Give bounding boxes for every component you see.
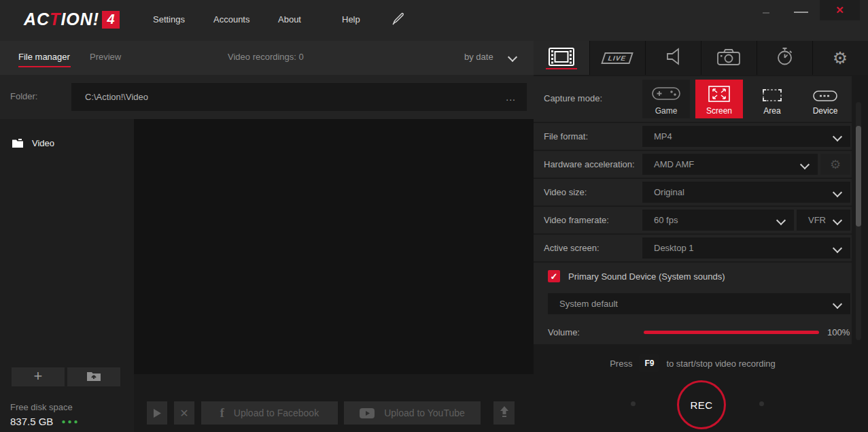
- tab-live-streaming[interactable]: LIVE: [589, 41, 645, 75]
- active-screen-label: Active screen:: [544, 243, 600, 253]
- menu-accounts[interactable]: Accounts: [213, 14, 249, 24]
- file-format-select[interactable]: MP4: [642, 126, 850, 147]
- upload-facebook-button[interactable]: f Upload to Facebook: [201, 401, 338, 425]
- camera-icon: [717, 48, 740, 68]
- hotkey-hint: Press F9 to start/stop video recording: [534, 352, 852, 374]
- hotkey-suffix: to start/stop video recording: [666, 359, 775, 369]
- menu-help[interactable]: Help: [342, 14, 360, 24]
- folder-path-input[interactable]: C:\Action!\Video ...: [71, 83, 527, 111]
- sound-settings-block: ✓ Primary Sound Device (System sounds) S…: [534, 263, 852, 344]
- tab-separator: [645, 41, 646, 75]
- file-manager-tabbar: File manager Preview Video recordings: 0…: [0, 41, 534, 75]
- area-select-icon: [762, 88, 782, 105]
- folder-tree-panel: Video + Free disk space 837.5 GB ●●●: [0, 119, 134, 432]
- browse-folder-button[interactable]: ...: [506, 92, 516, 103]
- gear-icon: ⚙: [830, 159, 841, 171]
- active-tab-underline: [18, 66, 71, 67]
- hardware-acceleration-select[interactable]: AMD AMF: [642, 154, 818, 175]
- menu-about[interactable]: About: [278, 14, 301, 24]
- hardware-acceleration-settings-button[interactable]: ⚙: [820, 154, 850, 175]
- hardware-acceleration-value: AMD AMF: [654, 159, 801, 169]
- play-button[interactable]: [147, 401, 167, 425]
- tab-video-recording[interactable]: [534, 41, 589, 75]
- hotkey-prefix: Press: [610, 359, 632, 369]
- tab-separator: [757, 41, 757, 75]
- tab-screenshot[interactable]: [701, 41, 757, 75]
- capture-mode-area[interactable]: Area: [748, 80, 796, 118]
- primary-sound-label: Primary Sound Device (System sounds): [568, 271, 725, 282]
- capture-mode-device[interactable]: Device: [801, 80, 849, 118]
- close-icon: ✕: [179, 407, 188, 420]
- decorative-dot: [631, 401, 636, 406]
- app-logo: ACTION! 4: [24, 10, 120, 29]
- youtube-icon: [360, 408, 375, 418]
- add-folder-button[interactable]: +: [12, 367, 65, 386]
- gamepad-icon: [652, 84, 680, 105]
- tab-audio-recording[interactable]: [645, 41, 701, 75]
- close-button[interactable]: ✕: [820, 0, 860, 20]
- recordings-count: Video recordings: 0: [228, 52, 304, 62]
- chevron-down-icon: [833, 187, 842, 197]
- video-size-select[interactable]: Original: [642, 182, 850, 203]
- gear-icon: ⚙: [833, 50, 848, 67]
- tab-benchmark[interactable]: [757, 41, 812, 75]
- primary-sound-checkbox[interactable]: ✓: [548, 270, 560, 282]
- file-format-row: File format: MP4: [534, 123, 852, 150]
- tab-file-manager[interactable]: File manager: [18, 52, 70, 62]
- stopwatch-icon: [776, 47, 794, 69]
- video-framerate-select[interactable]: 60 fps: [642, 210, 794, 231]
- file-format-label: File format:: [544, 131, 588, 142]
- tab-separator: [812, 41, 813, 75]
- hotkey-keycap: F9: [639, 354, 659, 372]
- volume-value: 100%: [827, 327, 850, 337]
- pen-icon[interactable]: [390, 11, 406, 30]
- screen-expand-icon: [708, 86, 730, 105]
- sort-by-select[interactable]: by date: [464, 52, 493, 62]
- sound-device-select[interactable]: System default: [548, 293, 850, 314]
- decorative-dot: [759, 401, 764, 406]
- disk-status-dots: ●●●: [61, 418, 80, 425]
- capture-mode-screen[interactable]: Screen: [695, 80, 743, 118]
- video-size-label: Video size:: [544, 187, 587, 197]
- active-screen-select[interactable]: Desktop 1: [642, 237, 850, 259]
- video-framerate-value: 60 fps: [654, 215, 778, 225]
- export-button[interactable]: [493, 401, 515, 425]
- rec-button[interactable]: REC: [677, 380, 726, 429]
- capture-mode-row: Capture mode: Game Screen Area Device: [534, 76, 852, 122]
- play-icon: [154, 409, 161, 418]
- logo-text-2: ION!: [60, 10, 99, 29]
- chevron-down-icon[interactable]: [508, 52, 517, 62]
- folder-upload-icon: [87, 371, 101, 384]
- tab-preview[interactable]: Preview: [90, 52, 121, 62]
- tree-item-video[interactable]: Video: [0, 133, 134, 153]
- delete-button[interactable]: ✕: [174, 401, 194, 425]
- video-size-row: Video size: Original: [534, 179, 852, 205]
- minimize-button[interactable]: [794, 12, 808, 13]
- tab-settings[interactable]: ⚙: [812, 41, 868, 75]
- upload-youtube-button[interactable]: Upload to YouTube: [344, 401, 481, 425]
- scrollbar-thumb[interactable]: [856, 126, 861, 227]
- free-disk-space-label: Free disk space: [10, 402, 73, 412]
- menu-settings[interactable]: Settings: [153, 14, 185, 24]
- active-tab-underline: [546, 68, 577, 69]
- open-folder-button[interactable]: [67, 367, 120, 386]
- capture-mode-game[interactable]: Game: [642, 80, 690, 118]
- capture-device-icon: [813, 90, 837, 105]
- logo-text-1: AC: [24, 10, 50, 29]
- active-screen-row: Active screen: Desktop 1: [534, 235, 852, 261]
- capture-mode-game-label: Game: [655, 106, 678, 116]
- volume-slider[interactable]: [644, 331, 819, 334]
- hardware-acceleration-label: Hardware acceleration:: [544, 159, 635, 169]
- titlebar: ACTION! 4 Settings Accounts About Help ✕: [0, 0, 868, 41]
- video-framerate-label: Video framerate:: [544, 215, 609, 225]
- upload-youtube-label: Upload to YouTube: [384, 408, 465, 418]
- live-label: LIVE: [607, 54, 627, 62]
- chevron-down-icon: [776, 215, 786, 225]
- hardware-acceleration-row: Hardware acceleration: AMD AMF ⚙: [534, 151, 852, 178]
- capture-mode-label: Capture mode:: [544, 93, 602, 103]
- action4-window: ACTION! 4 Settings Accounts About Help ✕…: [0, 0, 868, 432]
- framerate-mode-select[interactable]: VFR: [797, 210, 850, 231]
- tray-minimize-button[interactable]: [763, 12, 769, 14]
- disk-size-text: 837.5 GB: [10, 416, 53, 427]
- capture-panel-tabbar: LIVE ⚙: [534, 41, 868, 75]
